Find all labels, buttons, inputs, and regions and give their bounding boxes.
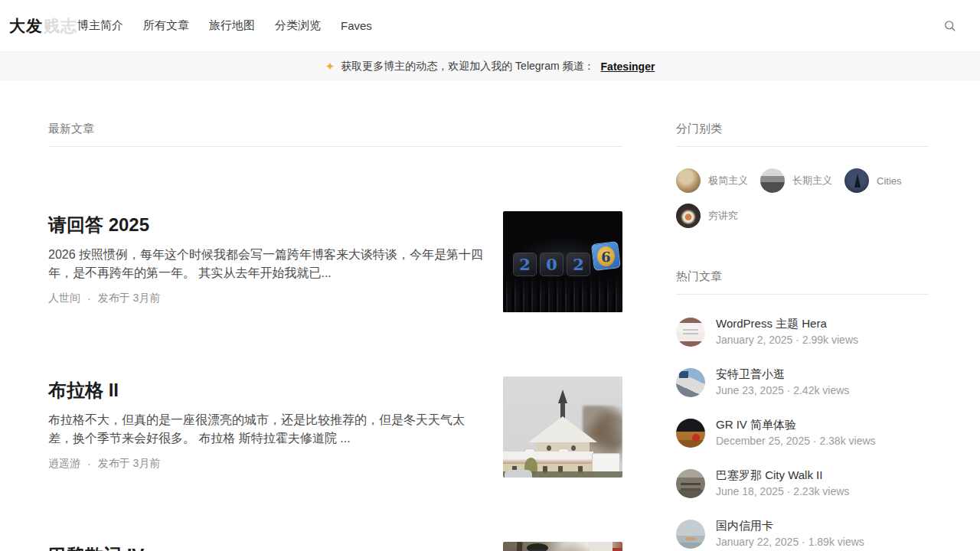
meta-separator: · <box>87 458 91 470</box>
flip-cubes: 2 0 2 6 <box>513 249 620 276</box>
post-avatar <box>676 419 705 448</box>
popular-posts-list: WordPress 主题 Hera January 2, 2025 · 2.99… <box>676 316 929 551</box>
popular-post-item[interactable]: 国内信用卡 January 22, 2025 · 1.89k views <box>676 518 929 549</box>
category-label: 极简主义 <box>708 174 748 187</box>
popular-post-title: GR IV 简单体验 <box>716 417 876 432</box>
latest-posts-column: 最新文章 请回答 2025 2026 按照惯例，每年这个时候我都会写一篇跨年博客… <box>48 122 622 551</box>
categories-heading: 分门别类 <box>676 122 929 147</box>
article-category-link[interactable]: 逍遥游 <box>48 457 80 471</box>
site-logo[interactable]: 大发 贱志 <box>9 15 77 37</box>
banner-text: 获取更多博主的动态，欢迎加入我的 Telegram 频道： <box>341 60 594 73</box>
article-meta: 人世间 · 发布于 3月前 <box>48 292 488 305</box>
parked-car <box>505 470 532 478</box>
article-category-link[interactable]: 人世间 <box>48 292 80 305</box>
eiffel-tower-silhouette <box>854 174 861 187</box>
sidebar: 分门别类 极简主义 长期主义 Cities 穷讲究 热门文章 <box>676 122 929 551</box>
popular-post-title: 国内信用卡 <box>716 518 864 533</box>
post-avatar <box>676 318 705 347</box>
article-item: 布拉格 II 布拉格不大，但真的是一座很漂亮的城市，还是比较推荐的，但是冬天天气… <box>48 377 622 478</box>
post-avatar <box>676 520 705 549</box>
sparkle-icon: ✦ <box>325 60 335 72</box>
latest-posts-heading: 最新文章 <box>48 122 622 147</box>
post-avatar <box>676 368 705 397</box>
article-title-link[interactable]: 巴黎散记 IV <box>48 545 488 551</box>
long-snowy-roof <box>503 452 593 465</box>
category-avatar <box>676 204 701 228</box>
article-text-block: 巴黎散记 IV 运气不好，早上醒来发现下雨了，而且很冷，但是身在巴黎是按秒计费的… <box>48 542 488 551</box>
popular-post-meta: January 2, 2025 · 2.99k views <box>716 332 858 347</box>
category-item-longtermism[interactable]: 长期主义 <box>760 168 844 193</box>
telegram-channel-link[interactable]: Fatesinger <box>601 60 655 73</box>
article-title-link[interactable]: 布拉格 II <box>48 380 488 402</box>
popular-post-item[interactable]: 安特卫普小逛 June 23, 2025 · 2.42k views <box>676 367 929 398</box>
floor-shadow <box>503 276 622 312</box>
logo-light-text: 贱志 <box>44 15 77 37</box>
logo-bold-text: 大发 <box>9 15 43 37</box>
article-title-link[interactable]: 请回答 2025 <box>48 214 488 236</box>
category-item-frugality[interactable]: 穷讲究 <box>676 204 760 228</box>
popular-post-item[interactable]: WordPress 主题 Hera January 2, 2025 · 2.99… <box>676 316 929 347</box>
category-label: Cities <box>877 175 902 187</box>
nav-item-all-posts[interactable]: 所有文章 <box>143 18 189 33</box>
popular-post-meta: June 23, 2025 · 2.42k views <box>716 383 849 398</box>
white-truck <box>592 453 620 473</box>
telegram-banner: ✦ 获取更多博主的动态，欢迎加入我的 Telegram 频道： Fatesing… <box>0 51 980 80</box>
cube-digit: 0 <box>540 253 564 276</box>
popular-post-title: 安特卫普小逛 <box>716 367 849 382</box>
category-avatar <box>844 168 869 193</box>
article-item: 巴黎散记 IV 运气不好，早上醒来发现下雨了，而且很冷，但是身在巴黎是按秒计费的… <box>48 542 622 551</box>
article-meta: 逍遥游 · 发布于 3月前 <box>48 457 488 471</box>
search-icon[interactable] <box>939 15 960 37</box>
category-avatar <box>760 168 785 193</box>
cube-digit-six: 6 <box>591 241 621 271</box>
article-date: 发布于 3月前 <box>98 457 161 471</box>
popular-post-item[interactable]: GR IV 简单体验 December 25, 2025 · 2.38k vie… <box>676 417 929 448</box>
category-label: 穷讲究 <box>708 209 738 223</box>
post-avatar <box>676 469 705 498</box>
popular-post-title: 巴塞罗那 City Walk II <box>716 468 849 483</box>
nav-item-travel-map[interactable]: 旅行地图 <box>209 18 255 33</box>
article-excerpt: 2026 按照惯例，每年这个时候我都会写一篇跨年博客来大谈特谈，今年是第十四年，… <box>48 246 488 282</box>
nav-item-about[interactable]: 博主简介 <box>77 18 123 33</box>
article-date: 发布于 3月前 <box>98 292 161 305</box>
nav-item-categories[interactable]: 分类浏览 <box>275 18 321 33</box>
white-building <box>590 542 612 551</box>
cube-digit: 2 <box>567 253 590 276</box>
popular-posts-section: 热门文章 WordPress 主题 Hera January 2, 2025 ·… <box>676 269 929 551</box>
article-item: 请回答 2025 2026 按照惯例，每年这个时候我都会写一篇跨年博客来大谈特谈… <box>48 211 622 312</box>
main-content: 最新文章 请回答 2025 2026 按照惯例，每年这个时候我都会写一篇跨年博客… <box>0 122 980 551</box>
category-avatar <box>676 168 701 193</box>
category-label: 长期主义 <box>792 174 832 187</box>
red-storefront <box>612 548 622 551</box>
article-text-block: 请回答 2025 2026 按照惯例，每年这个时候我都会写一篇跨年博客来大谈特谈… <box>48 211 488 305</box>
article-text-block: 布拉格 II 布拉格不大，但真的是一座很漂亮的城市，还是比较推荐的，但是冬天天气… <box>48 377 488 471</box>
article-thumbnail-paris[interactable] <box>503 542 622 551</box>
popular-posts-heading: 热门文章 <box>676 269 929 295</box>
article-thumbnail-prague[interactable] <box>503 377 622 478</box>
popular-post-title: WordPress 主题 Hera <box>716 316 858 331</box>
snowy-roof <box>528 416 597 442</box>
article-thumbnail-new-year-2026[interactable]: 2 0 2 6 <box>503 211 622 312</box>
header: 大发 贱志 博主简介 所有文章 旅行地图 分类浏览 Faves <box>0 0 980 51</box>
category-item-cities[interactable]: Cities <box>844 168 929 193</box>
popular-post-item[interactable]: 巴塞罗那 City Walk II June 18, 2025 · 2.23k … <box>676 468 929 499</box>
categories-grid: 极简主义 长期主义 Cities 穷讲究 <box>676 168 929 228</box>
popular-post-meta: January 22, 2025 · 1.89k views <box>716 534 864 549</box>
church-spire <box>558 390 567 403</box>
meta-separator: · <box>87 292 91 305</box>
main-nav: 博主简介 所有文章 旅行地图 分类浏览 Faves <box>77 18 372 33</box>
category-item-minimalism[interactable]: 极简主义 <box>676 168 760 193</box>
popular-post-meta: June 18, 2025 · 2.23k views <box>716 484 849 499</box>
cube-digit: 2 <box>513 253 537 276</box>
popular-post-meta: December 25, 2025 · 2.38k views <box>716 433 876 448</box>
article-excerpt: 布拉格不大，但真的是一座很漂亮的城市，还是比较推荐的，但是冬天天气太差，换个季节… <box>48 411 488 448</box>
nav-item-faves[interactable]: Faves <box>341 19 372 32</box>
